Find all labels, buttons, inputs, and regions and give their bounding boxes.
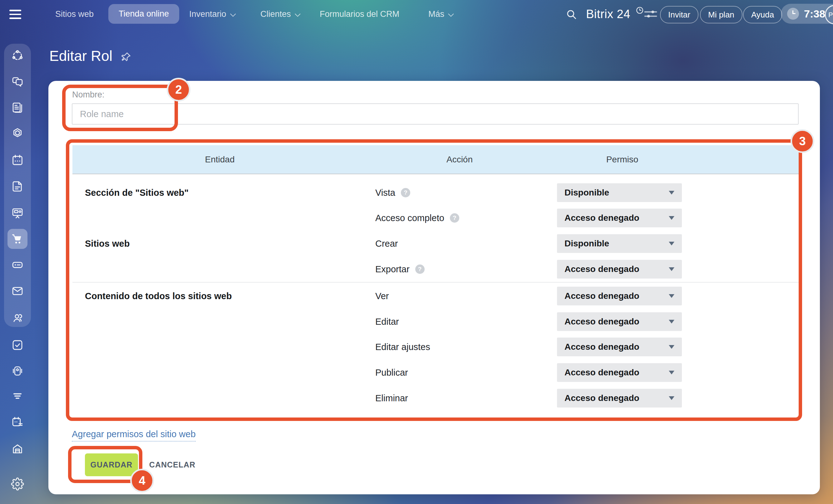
collab-network-icon[interactable] [11,49,24,62]
permission-dropdown-editar-ajustes[interactable]: Acceso denegado [557,338,682,356]
main-menu-hamburger-icon[interactable] [9,10,21,22]
help-icon[interactable]: ? [401,188,410,197]
permission-dropdown-exportar[interactable]: Acceso denegado [557,260,682,279]
sites-icon[interactable] [11,127,24,140]
clock-icon [787,8,799,20]
sales-funnel-icon[interactable] [11,390,24,403]
nav-item-clientes[interactable]: Clientes [260,0,299,28]
group-divider [72,282,799,283]
help-button[interactable]: Ayuda [743,6,782,23]
cancel-button[interactable]: CANCELAR [152,453,193,476]
current-time: 7:38 [804,8,825,20]
dropdown-caret-icon [669,396,674,400]
role-name-input[interactable] [72,103,799,125]
dropdown-caret-icon [669,242,674,245]
nav-item-formularios-crm[interactable]: Formularios del CRM [320,0,399,28]
permission-dropdown-eliminar[interactable]: Acceso denegado [557,389,682,408]
my-plan-button[interactable]: Mi plan [700,6,742,23]
invite-button[interactable]: Invitar [660,6,698,23]
permission-dropdown-vista[interactable]: Disponible [557,183,682,202]
settings-gear-icon[interactable] [11,477,24,490]
nav-item-sitios-web[interactable]: Sitios web [55,0,94,28]
bitrix24-logo: Bitrix 24 [586,7,630,21]
chevron-down-icon [230,11,236,17]
action-label-publicar: Publicar [375,367,408,378]
help-icon[interactable]: ? [450,213,459,223]
dropdown-caret-icon [669,345,674,349]
action-label-editar: Editar [375,316,399,327]
news-feed-icon[interactable] [11,101,24,114]
column-header-permiso: Permiso [606,145,639,174]
dropdown-caret-icon [669,371,674,375]
action-label-acceso-completo: Acceso completo? [375,212,459,223]
entity-label: Sitios web [85,238,129,249]
action-label-exportar: Exportar? [375,264,425,275]
annotation-badge-4: 4 [130,469,154,493]
permissions-table-header: Entidad Acción Permiso [72,145,799,174]
messenger-icon[interactable] [11,75,24,88]
action-label-ver: Ver [375,290,389,302]
nav-item-mas[interactable]: Más [428,0,452,28]
employees-icon[interactable] [11,311,24,324]
dropdown-caret-icon [669,294,674,298]
planner-icon[interactable] [11,416,24,429]
role-name-label: Nombre: [72,90,104,100]
editar-rol-screen: { "topnav": { "items": [ {"label": "Siti… [0,0,833,504]
tasks-icon[interactable] [11,338,24,352]
help-icon[interactable]: ? [415,264,425,274]
dropdown-caret-icon [669,216,674,220]
documents-icon[interactable] [11,180,24,193]
online-store-cart-icon[interactable] [11,232,24,245]
entity-label: Sección de "Sitios web" [85,187,189,198]
permission-dropdown-editar[interactable]: Acceso denegado [557,312,682,331]
automation-robot-icon[interactable] [11,364,24,378]
column-header-accion: Acción [447,145,473,174]
search-icon[interactable] [566,9,577,20]
action-label-crear: Crear [375,238,398,249]
save-button[interactable]: GUARDAR [85,453,138,476]
add-site-permissions-link[interactable]: Agregar permisos del sitio web [72,429,196,441]
calendar-icon[interactable] [11,154,24,167]
permission-dropdown-ver[interactable]: Acceso denegado [557,287,682,305]
nav-item-tienda-online[interactable]: Tienda online [108,4,179,24]
action-label-vista: Vista? [375,187,410,198]
drive-icon[interactable] [11,258,24,271]
annotation-badge-2: 2 [167,78,190,101]
dropdown-caret-icon [669,191,674,195]
action-label-eliminar: Eliminar [375,392,408,404]
pin-icon[interactable] [120,51,132,63]
nav-item-inventario[interactable]: Inventario [189,0,234,28]
crm-marketing-icon[interactable] [11,207,24,219]
warehouse-icon[interactable] [11,442,24,455]
mail-icon[interactable] [11,285,24,297]
permission-dropdown-acceso-completo[interactable]: Acceso denegado [557,209,682,227]
column-header-entidad: Entidad [205,145,235,174]
header-divider [72,174,799,174]
chevron-down-icon [295,11,300,17]
page-title: Editar Rol [49,47,112,64]
dropdown-caret-icon [669,320,674,323]
annotation-badge-3: 3 [790,129,814,153]
action-label-editar-ajustes: Editar ajustes [375,341,430,353]
entity-label: Contenido de todos los sitios web [85,290,232,302]
dropdown-caret-icon [669,267,674,271]
settings-sliders-icon[interactable] [644,9,658,19]
permission-dropdown-crear[interactable]: Disponible [557,234,682,253]
bitrix24-clock-mark-icon [636,6,644,14]
permission-dropdown-publicar[interactable]: Acceso denegado [557,363,682,382]
chevron-down-icon [448,11,454,17]
